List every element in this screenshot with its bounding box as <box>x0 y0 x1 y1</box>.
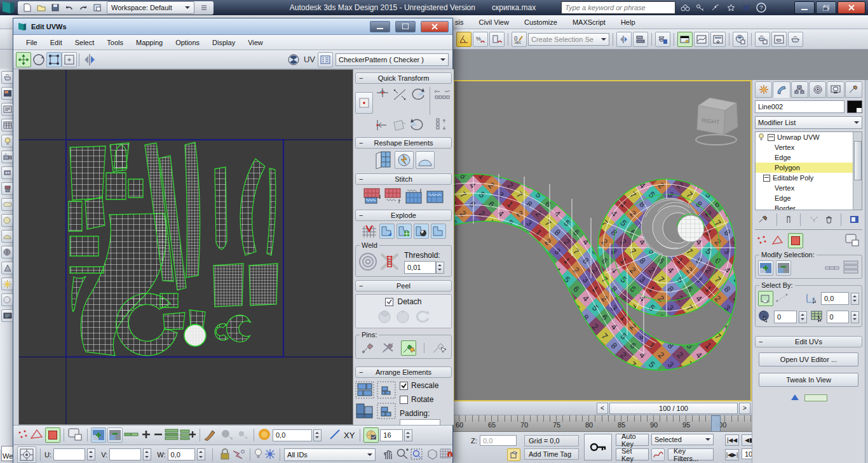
select-by-angle-icon[interactable] <box>805 292 819 305</box>
uv-grow-selection-icon[interactable] <box>91 427 106 443</box>
tweak-in-view-button[interactable]: Tweak In View <box>759 373 858 387</box>
uvw-menu-edit[interactable]: Edit <box>44 39 69 46</box>
help-icon[interactable]: ? <box>756 2 767 13</box>
track-bar-ruler[interactable]: 6065707580859095100 <box>453 415 752 432</box>
key-filters-button[interactable]: Key Filters... <box>668 448 714 460</box>
uvw-menu-select[interactable]: Select <box>69 39 101 46</box>
auto-key-button[interactable]: Auto Key <box>616 434 649 446</box>
rotate-cw-icon[interactable] <box>409 117 426 134</box>
list-panel-icon[interactable] <box>1 103 14 116</box>
arrange-elements-rollout[interactable]: −Arrange Elements <box>355 366 452 378</box>
space-vertical-icon[interactable] <box>434 117 451 134</box>
uvw-minimize-button[interactable] <box>370 21 390 32</box>
spreadsheet-icon[interactable] <box>1 119 14 131</box>
smoothing-spinner[interactable] <box>799 311 807 323</box>
loop-selection-icon[interactable] <box>843 260 859 276</box>
w-field[interactable]: 0,0 <box>168 448 195 460</box>
uvw-menu-mapping[interactable]: Mapping <box>130 39 169 46</box>
uv-loop-plus-icon[interactable] <box>180 429 196 441</box>
soft-selection-spinner[interactable] <box>313 429 322 441</box>
scale-tool-icon[interactable] <box>46 52 62 67</box>
grow-selection-icon[interactable] <box>758 260 773 276</box>
pin-select-icon[interactable] <box>432 341 446 355</box>
communication-center-icon[interactable] <box>710 2 721 13</box>
current-frame-marker[interactable] <box>711 415 721 432</box>
material-editor-icon[interactable] <box>733 32 748 47</box>
mirror-uv-icon[interactable] <box>81 52 97 67</box>
edit-uvs-rollout[interactable]: −Edit UVs <box>755 336 862 347</box>
ring-selection-icon[interactable] <box>825 264 840 272</box>
dope-sheet-icon[interactable] <box>710 32 726 47</box>
search-binoculars-icon[interactable] <box>679 2 691 13</box>
cone-icon[interactable] <box>1 262 14 274</box>
moon-sphere-icon[interactable] <box>1 293 14 306</box>
favorites-star-icon[interactable] <box>725 2 736 13</box>
render-dialog-icon[interactable] <box>1 87 14 100</box>
uvw-menu-display[interactable]: Display <box>206 39 241 46</box>
subscription-key-icon[interactable] <box>695 2 706 13</box>
checker-pattern-dropdown[interactable]: CheckerPattern ( Checker ) <box>336 53 449 66</box>
uvw-menu-file[interactable]: File <box>20 39 44 46</box>
menu-item-maxscript[interactable]: MAXScript <box>573 18 606 26</box>
dome-icon[interactable] <box>1 230 14 243</box>
stack-row-epoly-vertex[interactable]: Vertex <box>756 183 862 193</box>
rotate-ccw-icon[interactable] <box>409 87 426 115</box>
rearrange-icon[interactable] <box>377 403 396 420</box>
tab-display[interactable] <box>827 81 844 98</box>
stitch-target-icon[interactable] <box>405 187 424 206</box>
edit-uvws-title-bar[interactable]: Edit UVWs <box>13 18 452 35</box>
select-by-vertex-dots-icon[interactable] <box>775 292 789 305</box>
peel-mode-icon[interactable] <box>395 309 412 325</box>
paint-select-grow-icon[interactable] <box>220 429 235 441</box>
soft-selection-icon[interactable] <box>257 427 271 443</box>
uvw-menu-tools[interactable]: Tools <box>100 39 130 46</box>
new-file-icon[interactable] <box>21 2 34 13</box>
prev-frame-button[interactable]: < <box>597 403 608 414</box>
menu-item-help[interactable]: Help <box>621 18 635 26</box>
perspective-viewport[interactable]: 1 2 3 4 5 6 7 8 2 <box>453 80 752 401</box>
show-end-result-icon[interactable] <box>785 215 792 225</box>
stack-row-polygon[interactable]: Polygon <box>756 163 862 173</box>
flatten-mapping-icon[interactable] <box>414 224 429 239</box>
uv-vertex-mode-icon[interactable] <box>17 429 29 441</box>
pack-together-icon[interactable] <box>355 403 374 420</box>
teapot-icon[interactable] <box>1 71 14 84</box>
select-by-matid-icon[interactable] <box>811 310 825 324</box>
stitch-rollout[interactable]: −Stitch <box>355 173 452 185</box>
tab-motion[interactable] <box>809 81 826 98</box>
relax-until-flat-icon[interactable] <box>395 151 414 169</box>
z-coordinate-field[interactable]: 0,0 <box>480 435 517 446</box>
align-icon[interactable] <box>633 32 648 47</box>
stitch-custom-icon[interactable] <box>363 187 382 206</box>
uvw-menu-view[interactable]: View <box>241 39 269 46</box>
falloff-space-toggle[interactable]: XY <box>344 431 355 440</box>
blue-arrow-icon[interactable] <box>790 394 799 401</box>
align-to-edge-icon[interactable] <box>355 92 373 114</box>
rescale-checkbox[interactable] <box>400 382 408 390</box>
select-by-smoothing-icon[interactable] <box>758 310 772 324</box>
add-time-tag[interactable]: Add Time Tag <box>524 448 579 460</box>
vertex-mode-icon[interactable] <box>756 235 768 246</box>
command-panel-scrollbar[interactable] <box>865 80 868 463</box>
uv-row-minus-icon[interactable] <box>153 429 163 441</box>
next-frame-button[interactable]: > <box>739 403 750 414</box>
close-button[interactable] <box>837 1 865 14</box>
render-setup-icon[interactable] <box>755 32 770 47</box>
isolate-selection-icon[interactable] <box>507 448 520 461</box>
open-file-icon[interactable] <box>35 2 48 13</box>
key-mode-curve-icon[interactable] <box>651 448 665 461</box>
tab-utilities[interactable] <box>845 81 862 98</box>
selected-dropdown[interactable]: Selected <box>651 434 714 445</box>
object-color-swatch[interactable] <box>847 100 862 113</box>
scene-explorer-icon[interactable] <box>677 32 693 47</box>
stack-row-edge[interactable]: Edge <box>756 152 862 163</box>
sun-icon[interactable] <box>1 278 14 290</box>
select-by-element-icon[interactable] <box>758 291 773 306</box>
transform-typein-gizmo-icon[interactable] <box>17 446 36 463</box>
polygon-mode-icon[interactable] <box>788 233 803 248</box>
v-spinner[interactable] <box>143 448 151 460</box>
layer-manager-icon[interactable] <box>655 32 670 47</box>
rotate-checkbox[interactable] <box>400 396 408 404</box>
weld-threshold-field[interactable]: 0,01 <box>404 261 436 274</box>
paint-select-icon[interactable] <box>203 428 219 442</box>
